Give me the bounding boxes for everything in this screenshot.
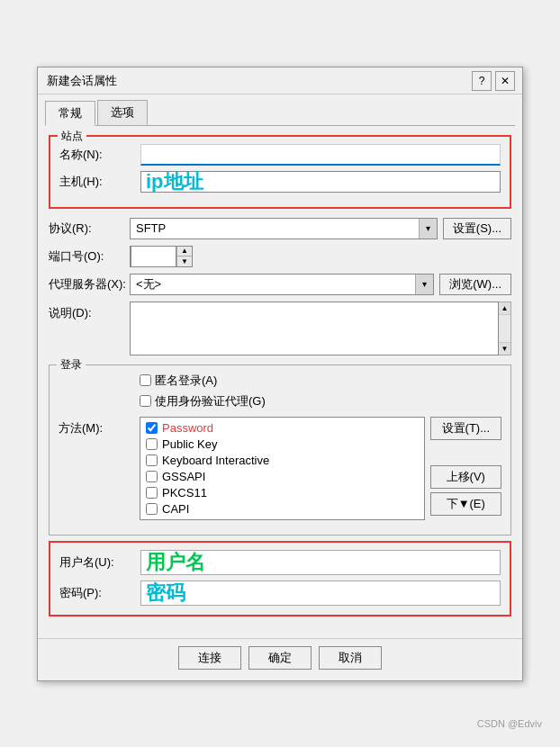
agent-label-text: 使用身份验证代理(G) [155, 393, 266, 410]
ok-button[interactable]: 确定 [248, 646, 312, 670]
method-pubkey-checkbox[interactable] [146, 438, 158, 450]
method-label: 方法(M): [59, 420, 140, 436]
name-row: 名称(N): [59, 144, 501, 166]
method-keyboard-label: Keyboard Interactive [162, 454, 269, 467]
protocol-controls: SFTP ▾ 设置(S)... [130, 218, 511, 239]
host-row: 主机(H): ip地址 [59, 171, 501, 193]
password-field-wrap: 密码 [140, 580, 501, 606]
tab-bar: 常规 选项 [45, 100, 515, 126]
username-input[interactable] [140, 550, 501, 575]
port-label: 端口号(O): [49, 248, 130, 265]
method-pubkey: Public Key [146, 437, 419, 451]
method-gssapi-checkbox[interactable] [146, 471, 158, 482]
method-password: Password [146, 421, 419, 435]
agent-checkbox[interactable] [140, 395, 151, 407]
protocol-label: 协议(R): [49, 220, 130, 237]
name-field-wrap [140, 144, 501, 166]
name-label: 名称(N): [59, 147, 140, 163]
host-input[interactable] [140, 171, 501, 193]
anon-checkbox-label[interactable]: 匿名登录(A) [140, 373, 217, 389]
protocol-arrow[interactable]: ▾ [419, 219, 437, 238]
desc-row: 说明(D): ▲ ▼ [49, 302, 511, 356]
proxy-row: 代理服务器(X): <无> ▾ 浏览(W)... [49, 274, 511, 295]
password-input[interactable] [140, 580, 501, 606]
tab-content: 站点 名称(N): 主机(H): ip地址 协议(R): [38, 126, 522, 634]
password-row: 密码(P): 密码 [59, 580, 501, 606]
scroll-up-arrow[interactable]: ▲ [499, 302, 510, 315]
login-section-label: 登录 [57, 357, 86, 373]
desc-textarea[interactable] [130, 302, 499, 356]
tab-options[interactable]: 选项 [97, 100, 148, 125]
agent-checkbox-label[interactable]: 使用身份验证代理(G) [140, 393, 266, 410]
method-password-label: Password [162, 421, 213, 435]
port-row: 端口号(O): 22 ▲ ▼ [49, 246, 511, 267]
proxy-arrow[interactable]: ▾ [415, 274, 433, 294]
protocol-value: SFTP [131, 218, 419, 239]
credentials-section: 用户名(U): 用户名 密码(P): 密码 [49, 541, 511, 616]
title-bar: 新建会话属性 ? ✕ [38, 68, 522, 94]
dialog: 新建会话属性 ? ✕ 常规 选项 站点 名称(N): 主机( [37, 67, 523, 681]
username-label: 用户名(U): [59, 554, 140, 571]
method-up-btn[interactable]: 上移(V) [430, 465, 501, 489]
proxy-controls: <无> ▾ 浏览(W)... [130, 274, 511, 295]
cancel-button[interactable]: 取消 [319, 646, 382, 670]
method-capi-checkbox[interactable] [146, 503, 158, 515]
desc-textarea-wrap: ▲ ▼ [130, 302, 511, 356]
method-capi: CAPI [146, 502, 419, 516]
username-row: 用户名(U): 用户名 [59, 550, 501, 575]
method-pkcs11-checkbox[interactable] [146, 487, 158, 499]
tab-general[interactable]: 常规 [45, 101, 95, 126]
method-row: 方法(M): Password Public Key Keyboard Inte… [59, 417, 501, 520]
method-keyboard-checkbox[interactable] [146, 454, 158, 466]
proxy-browse-btn[interactable]: 浏览(W)... [439, 274, 511, 295]
connect-button[interactable]: 连接 [178, 646, 241, 670]
method-settings-btn[interactable]: 设置(T)... [430, 417, 501, 440]
site-section-label: 站点 [58, 129, 86, 144]
port-spinners: ▲ ▼ [176, 247, 192, 266]
port-down-btn[interactable]: ▼ [177, 256, 192, 266]
anon-checkbox[interactable] [140, 374, 151, 386]
anon-row: 匿名登录(A) [140, 373, 501, 389]
help-button[interactable]: ? [472, 71, 492, 91]
method-list: Password Public Key Keyboard Interactive… [140, 417, 425, 520]
port-input[interactable]: 22 [131, 246, 176, 267]
site-section: 站点 名称(N): 主机(H): ip地址 [49, 135, 511, 209]
username-field-wrap: 用户名 [140, 550, 501, 575]
method-buttons: 设置(T)... 上移(V) 下▼(E) [430, 417, 501, 516]
close-button[interactable]: ✕ [495, 71, 515, 91]
method-pkcs11: PKCS11 [146, 486, 419, 500]
host-label: 主机(H): [59, 174, 140, 190]
port-up-btn[interactable]: ▲ [177, 247, 192, 257]
name-input[interactable] [140, 144, 501, 166]
method-pkcs11-label: PKCS11 [162, 486, 207, 500]
desc-scrollbar: ▲ ▼ [499, 302, 511, 356]
method-password-checkbox[interactable] [146, 422, 158, 434]
protocol-row: 协议(R): SFTP ▾ 设置(S)... [49, 218, 511, 239]
title-controls: ? ✕ [472, 71, 515, 91]
method-down-btn[interactable]: 下▼(E) [430, 492, 501, 516]
port-input-wrap: 22 ▲ ▼ [130, 246, 193, 267]
dialog-title: 新建会话属性 [47, 73, 117, 89]
proxy-label: 代理服务器(X): [49, 276, 130, 292]
password-label: 密码(P): [59, 585, 140, 601]
scroll-down-arrow[interactable]: ▼ [499, 342, 510, 355]
bottom-bar: 连接 确定 取消 [38, 638, 522, 680]
method-capi-label: CAPI [162, 502, 189, 516]
anon-label-text: 匿名登录(A) [155, 373, 217, 389]
proxy-value: <无> [131, 274, 415, 295]
protocol-dropdown[interactable]: SFTP ▾ [130, 218, 438, 239]
host-field-wrap: ip地址 [140, 171, 501, 193]
agent-row: 使用身份验证代理(G) [140, 393, 501, 410]
protocol-settings-btn[interactable]: 设置(S)... [443, 218, 511, 239]
method-gssapi: GSSAPI [146, 470, 419, 483]
method-gssapi-label: GSSAPI [162, 470, 205, 483]
method-pubkey-label: Public Key [162, 437, 217, 451]
method-keyboard: Keyboard Interactive [146, 454, 419, 467]
proxy-dropdown[interactable]: <无> ▾ [130, 274, 434, 295]
watermark: CSDN @Edviv [477, 718, 542, 729]
desc-label: 说明(D): [49, 305, 130, 321]
login-section: 登录 匿名登录(A) 使用身份验证代理(G) 方法(M): [49, 364, 511, 536]
